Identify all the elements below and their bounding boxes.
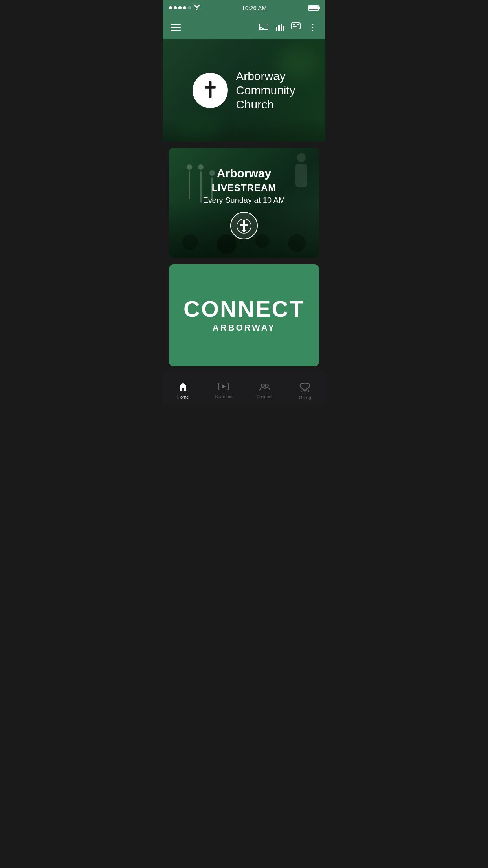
giving-icon: [299, 382, 310, 394]
hero-content: Arborway Community Church: [185, 69, 303, 112]
wifi-icon: [193, 5, 200, 11]
more-icon[interactable]: ⋮: [308, 22, 317, 33]
analytics-icon[interactable]: [275, 23, 284, 33]
svg-rect-5: [283, 26, 284, 31]
cast-icon[interactable]: [259, 23, 268, 33]
svg-marker-17: [222, 384, 226, 388]
svg-rect-2: [276, 27, 277, 31]
status-right: [308, 5, 319, 11]
connect-subtitle: ARBORWAY: [213, 323, 275, 333]
connect-card[interactable]: CONNECT ARBORWAY: [169, 264, 319, 366]
cards-container: Arborway LIVESTREAM Every Sunday at 10 A…: [163, 142, 325, 373]
livestream-subtitle: LIVESTREAM: [212, 182, 277, 193]
battery-icon: [308, 5, 319, 11]
status-left: [169, 5, 200, 11]
livestream-content: Arborway LIVESTREAM Every Sunday at 10 A…: [169, 148, 319, 258]
sermons-label: Sermons: [215, 394, 232, 399]
svg-point-18: [261, 384, 264, 387]
status-time: 10:26 AM: [200, 5, 308, 11]
svg-rect-12: [205, 86, 215, 89]
livestream-card[interactable]: Arborway LIVESTREAM Every Sunday at 10 A…: [169, 148, 319, 258]
svg-rect-7: [293, 24, 295, 25]
svg-rect-9: [293, 26, 297, 27]
svg-rect-4: [281, 24, 282, 31]
church-name: Arborway Community Church: [236, 69, 295, 112]
home-icon: [178, 382, 188, 393]
svg-rect-8: [297, 24, 299, 25]
status-bar: 10:26 AM: [163, 0, 325, 16]
connect-title: CONNECT: [183, 298, 305, 320]
signal-dots: [169, 6, 191, 9]
nav-bar: ⋮: [163, 16, 325, 39]
giving-label: Giving: [299, 395, 311, 400]
tab-connect[interactable]: Connect: [244, 373, 285, 405]
svg-point-19: [265, 384, 268, 387]
hamburger-menu-button[interactable]: [171, 24, 181, 31]
livestream-time: Every Sunday at 10 AM: [203, 196, 285, 205]
livestream-title: Arborway: [217, 167, 271, 180]
nav-right-icons: ⋮: [259, 22, 317, 33]
hero-section: Arborway Community Church: [163, 39, 325, 142]
livestream-logo: [230, 212, 258, 239]
tab-bar: Home Sermons Connect: [163, 373, 325, 405]
home-label: Home: [177, 395, 189, 399]
tab-giving[interactable]: Giving: [285, 373, 326, 405]
sermons-icon: [218, 383, 229, 393]
svg-rect-3: [278, 25, 280, 31]
connect-icon: [259, 383, 270, 393]
tab-home[interactable]: Home: [163, 373, 204, 405]
connect-label: Connect: [256, 394, 272, 399]
tab-sermons[interactable]: Sermons: [204, 373, 244, 405]
church-logo: [193, 73, 228, 108]
chat-icon[interactable]: [291, 22, 301, 33]
